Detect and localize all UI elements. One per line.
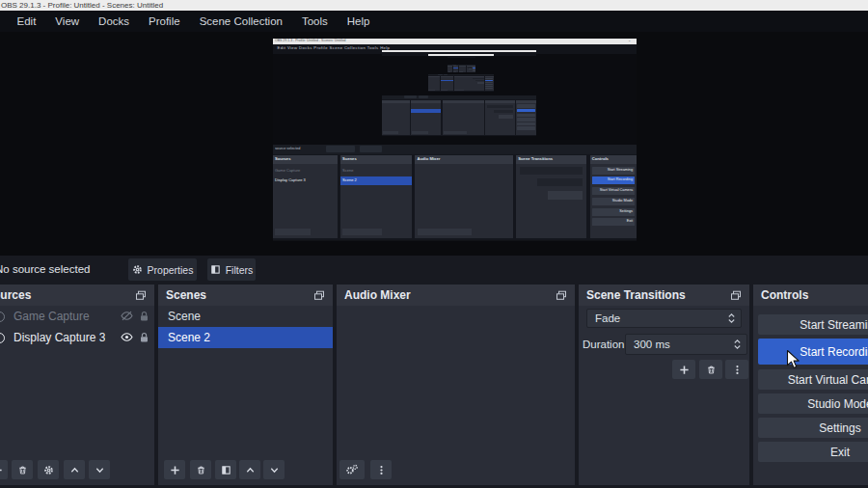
window-titlebar[interactable]: OBS 29.1.3 - Profile: Untitled - Scenes:… (0, 0, 868, 11)
audio-mixer-panel: Audio Mixer (337, 285, 575, 485)
settings-button[interactable]: Settings (758, 418, 868, 438)
sources-list: Game CaptureDisplay Capture 3 (0, 306, 154, 348)
studio-mode-button[interactable]: Studio Mode (758, 393, 868, 414)
menu-tools[interactable]: Tools (292, 15, 338, 27)
preview-canvas[interactable]: OBS 29.1.3 - Profile: Untitled - Scenes:… (0, 32, 868, 256)
scenes-list: SceneScene 2 (158, 306, 333, 348)
menu-docks[interactable]: Docks (89, 15, 139, 27)
preview-capture-level-2 (382, 50, 536, 137)
sources-footer-toolbar (0, 460, 154, 479)
transition-menu-icon[interactable] (725, 360, 748, 379)
scene-transitions-panel: Scene Transitions Fade Duration 300 ms (579, 285, 749, 485)
source-row-display-capture-3[interactable]: Display Capture 3 (0, 327, 154, 348)
source-row-game-capture[interactable]: Game Capture (0, 306, 154, 327)
source-toolbar: No source selected Properties Filters (0, 256, 868, 283)
mixer-footer-toolbar (337, 460, 575, 479)
source-name: Display Capture 3 (14, 331, 105, 344)
menu-edit[interactable]: Edit (8, 15, 46, 27)
sources-panel: Sources Game CaptureDisplay Capture 3 (0, 285, 154, 485)
source-properties-button[interactable] (38, 460, 59, 479)
exit-button[interactable]: Exit (758, 442, 868, 462)
move-scene-down-button[interactable] (263, 460, 285, 479)
start-recording-button[interactable]: Start Recording (758, 339, 868, 365)
menu-profile[interactable]: Profile (139, 15, 190, 27)
menu-scene-collection[interactable]: Scene Collection (190, 15, 292, 27)
move-source-down-button[interactable] (89, 460, 110, 479)
lock-icon[interactable] (139, 311, 149, 322)
remove-source-button[interactable] (12, 460, 33, 479)
menu-view[interactable]: View (45, 15, 89, 27)
popout-icon[interactable] (730, 290, 742, 301)
move-source-up-button[interactable] (64, 460, 85, 479)
docks-area: Sources Game CaptureDisplay Capture 3 (0, 283, 868, 488)
eye-slash-icon[interactable] (121, 311, 133, 321)
scene-row-scene-2[interactable]: Scene 2 (158, 327, 333, 348)
preview-capture-level-1: OBS 29.1.3 - Profile: Untitled - Scenes:… (273, 39, 637, 241)
scenes-panel: Scenes SceneScene 2 (158, 285, 333, 485)
updown-chevron-icon[interactable] (733, 338, 742, 351)
remove-transition-button[interactable] (699, 360, 722, 379)
mixer-menu-icon[interactable] (370, 460, 392, 479)
advanced-audio-icon[interactable] (339, 460, 365, 479)
scenes-header[interactable]: Scenes (158, 285, 333, 306)
scene-row-scene[interactable]: Scene (158, 306, 333, 327)
menu-file[interactable]: File (0, 15, 8, 27)
properties-button[interactable]: Properties (128, 258, 197, 281)
add-scene-button[interactable] (164, 460, 185, 479)
move-scene-up-button[interactable] (239, 460, 260, 479)
source-type-icon (0, 312, 5, 322)
audio-mixer-header[interactable]: Audio Mixer (337, 285, 575, 306)
filter-icon (210, 264, 221, 275)
menu-bar: FileEditViewDocksProfileScene Collection… (0, 11, 868, 32)
no-source-status: No source selected (0, 256, 90, 283)
start-streaming-button[interactable]: Start Streaming (758, 314, 868, 335)
sources-header[interactable]: Sources (0, 285, 154, 306)
filters-button[interactable]: Filters (207, 258, 256, 281)
popout-icon[interactable] (135, 290, 147, 301)
controls-header[interactable]: Controls (753, 285, 868, 306)
scene-filters-icon[interactable] (215, 460, 236, 479)
eye-icon[interactable] (121, 332, 133, 342)
remove-scene-button[interactable] (190, 460, 211, 479)
source-name: Game Capture (14, 310, 90, 323)
scene-transitions-header[interactable]: Scene Transitions (579, 285, 749, 306)
scenes-footer-toolbar (158, 460, 333, 479)
gear-icon (132, 264, 143, 275)
duration-label: Duration (583, 334, 624, 355)
start-virtual-camera-button[interactable]: Start Virtual Camera (758, 369, 868, 390)
window-title: OBS 29.1.3 - Profile: Untitled - Scenes:… (0, 1, 163, 10)
menu-help[interactable]: Help (338, 15, 380, 27)
source-type-icon (0, 333, 5, 343)
add-source-button[interactable] (0, 460, 8, 479)
obs-main-window: { "titlebar": { "title": "OBS 29.1.3 - P… (0, 0, 868, 488)
preview-capture-level-4 (448, 57, 475, 72)
popout-icon[interactable] (313, 290, 325, 301)
duration-spinner[interactable]: 300 ms (625, 334, 747, 355)
popout-icon[interactable] (556, 290, 567, 301)
controls-panel: Controls Start StreamingStart RecordingS… (753, 285, 868, 485)
preview-capture-level-3 (428, 54, 494, 91)
transition-select[interactable]: Fade (586, 309, 742, 328)
add-transition-button[interactable] (672, 360, 695, 379)
updown-chevron-icon (727, 312, 736, 325)
lock-icon[interactable] (139, 332, 149, 343)
